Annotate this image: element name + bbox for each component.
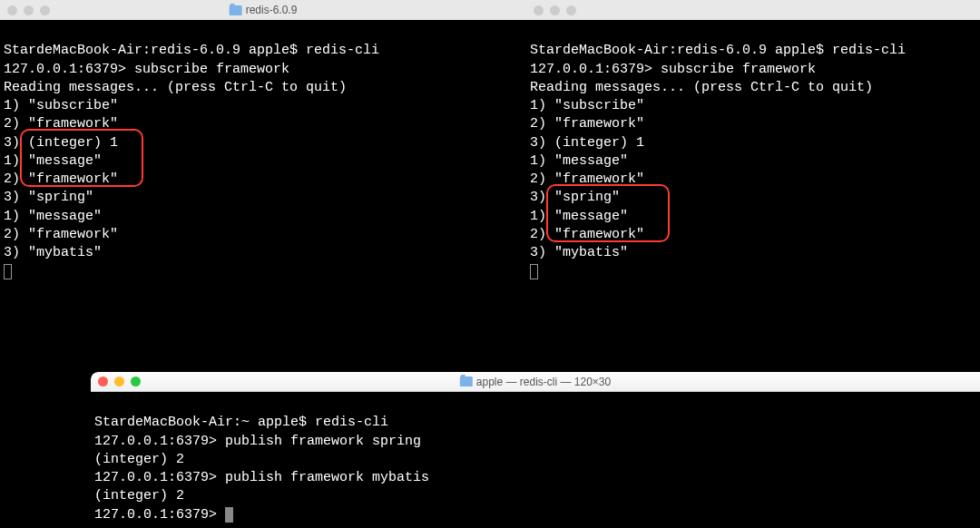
right-terminal-window: StardeMacBook-Air:redis-6.0.9 apple$ red… xyxy=(526,0,980,363)
folder-icon xyxy=(460,376,473,386)
terminal-line: 1) "subscribe" xyxy=(530,98,644,113)
terminal-line: 2) "framework" xyxy=(530,171,644,187)
bottom-terminal-content[interactable]: StardeMacBook-Air:~ apple$ redis-cli 127… xyxy=(91,392,980,528)
traffic-lights xyxy=(98,376,141,386)
zoom-icon[interactable] xyxy=(131,376,141,386)
minimize-icon[interactable] xyxy=(114,376,124,386)
terminal-line: 2) "framework" xyxy=(530,227,644,242)
bottom-terminal-title: apple — redis-cli — 120×30 xyxy=(460,376,611,388)
cursor-icon xyxy=(225,507,233,523)
terminal-line: Reading messages... (press Ctrl-C to qui… xyxy=(4,80,347,95)
close-icon[interactable] xyxy=(7,5,17,15)
terminal-line: 2) "framework" xyxy=(530,116,644,132)
terminal-line: 2) "framework" xyxy=(4,171,118,187)
close-icon[interactable] xyxy=(98,376,108,386)
terminal-line: (integer) 2 xyxy=(94,452,184,467)
left-terminal-content[interactable]: StardeMacBook-Air:redis-6.0.9 apple$ red… xyxy=(0,20,526,327)
terminal-line: StardeMacBook-Air:redis-6.0.9 apple$ red… xyxy=(530,43,906,58)
terminal-line: 127.0.0.1:6379> publish framework mybati… xyxy=(94,470,429,485)
terminal-line: 127.0.0.1:6379> subscribe framework xyxy=(530,62,816,77)
zoom-icon[interactable] xyxy=(566,5,576,15)
left-terminal-title: redis-6.0.9 xyxy=(230,4,298,16)
left-terminal-titlebar: redis-6.0.9 xyxy=(0,0,526,20)
terminal-line: 127.0.0.1:6379> publish framework spring xyxy=(94,434,421,449)
terminal-line: 1) "message" xyxy=(530,153,628,169)
terminal-line: 3) "spring" xyxy=(4,190,93,205)
terminal-line: 1) "message" xyxy=(4,153,102,169)
terminal-line: 2) "framework" xyxy=(4,116,118,132)
bottom-terminal-window: apple — redis-cli — 120×30 StardeMacBook… xyxy=(91,372,980,528)
bottom-background: apple — redis-cli — 120×30 StardeMacBook… xyxy=(0,363,980,528)
title-text: redis-6.0.9 xyxy=(246,4,298,16)
folder-icon xyxy=(230,5,242,15)
terminal-line: 127.0.0.1:6379> xyxy=(94,507,225,523)
right-terminal-content[interactable]: StardeMacBook-Air:redis-6.0.9 apple$ red… xyxy=(526,20,980,327)
traffic-lights xyxy=(7,5,50,15)
title-text: apple — redis-cli — 120×30 xyxy=(476,376,611,388)
terminal-line: 3) (integer) 1 xyxy=(530,135,644,151)
terminal-line: 127.0.0.1:6379> subscribe framework xyxy=(4,62,289,77)
minimize-icon[interactable] xyxy=(24,5,34,15)
terminal-line: 3) "mybatis" xyxy=(530,245,628,260)
right-terminal-titlebar xyxy=(526,0,980,20)
terminal-line: 1) "message" xyxy=(530,209,628,224)
left-terminal-window: redis-6.0.9 StardeMacBook-Air:redis-6.0.… xyxy=(0,0,526,363)
cursor-icon xyxy=(530,264,538,279)
terminal-line: 3) (integer) 1 xyxy=(4,135,118,151)
terminal-line: StardeMacBook-Air:~ apple$ redis-cli xyxy=(94,415,388,430)
terminal-line: StardeMacBook-Air:redis-6.0.9 apple$ red… xyxy=(4,43,379,58)
cursor-icon xyxy=(4,264,12,279)
terminal-line: (integer) 2 xyxy=(94,488,184,504)
terminal-line: 1) "subscribe" xyxy=(4,98,118,113)
minimize-icon[interactable] xyxy=(550,5,560,15)
terminal-line: 3) "mybatis" xyxy=(4,245,102,260)
zoom-icon[interactable] xyxy=(40,5,50,15)
terminal-line: Reading messages... (press Ctrl-C to qui… xyxy=(530,80,873,95)
terminal-line: 1) "message" xyxy=(4,209,102,224)
terminal-line: 3) "spring" xyxy=(530,190,620,205)
terminal-line: 2) "framework" xyxy=(4,227,118,242)
traffic-lights xyxy=(534,5,576,15)
bottom-terminal-titlebar: apple — redis-cli — 120×30 xyxy=(91,372,980,392)
close-icon[interactable] xyxy=(534,5,544,15)
